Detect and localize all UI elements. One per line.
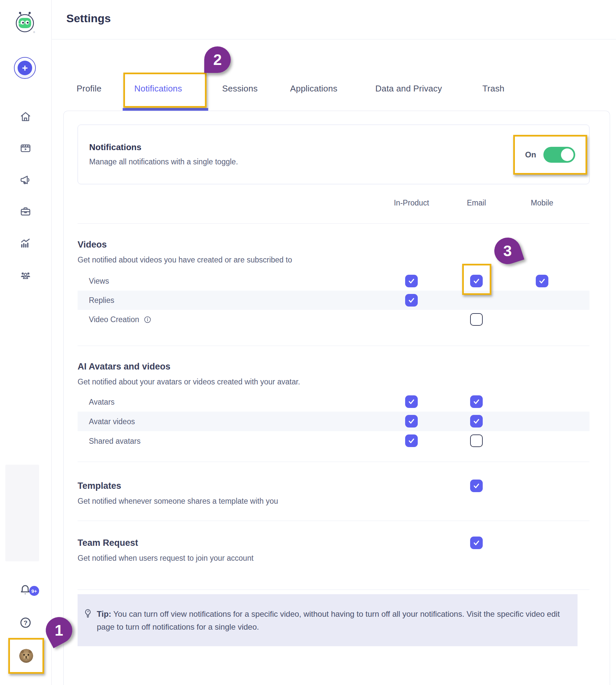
videos-rows: Views Replies Video Creation <box>78 271 590 329</box>
column-header-mobile: Mobile <box>531 199 553 207</box>
checkbox-team-request-email[interactable] <box>470 536 483 549</box>
master-notifications-box: Notifications Manage all notifications w… <box>78 124 590 184</box>
annotation-pin-3: 3 <box>491 234 525 268</box>
lightbulb-icon <box>82 608 93 619</box>
workspace-icon[interactable] <box>20 205 31 218</box>
checkbox-templates-email[interactable] <box>470 480 483 492</box>
row-label: Views <box>89 277 109 286</box>
info-icon[interactable] <box>143 315 152 324</box>
tab-trash[interactable]: Trash <box>482 84 505 94</box>
section-description-team-request: Get notified when users request to join … <box>78 554 254 563</box>
checkbox-views-mobile[interactable] <box>536 275 548 287</box>
tip-label: Tip: <box>97 610 111 618</box>
section-title-ai-avatars: AI Avatars and videos <box>78 362 170 372</box>
row-avatars: Avatars <box>78 392 590 412</box>
row-video-creation: Video Creation <box>78 310 590 329</box>
annotation-number: 2 <box>213 51 222 69</box>
section-title-videos: Videos <box>78 239 107 250</box>
toggle-knob <box>561 149 574 161</box>
analytics-icon[interactable] <box>20 237 31 249</box>
section-title-templates: Templates <box>78 481 122 491</box>
row-views: Views <box>78 271 590 291</box>
header-divider <box>52 39 616 40</box>
row-shared-avatars: Shared avatars <box>78 431 590 451</box>
tip-text: Tip: You can turn off view notifications… <box>97 608 568 633</box>
tip-banner: Tip: You can turn off view notifications… <box>78 594 577 646</box>
videos-icon[interactable] <box>20 142 31 154</box>
sidebar: ® + <box>0 0 52 685</box>
row-label-text: Video Creation <box>89 315 139 324</box>
toggle-highlight-box: On <box>513 135 587 175</box>
section-divider <box>78 223 590 224</box>
checkbox-avatars-in-product[interactable] <box>405 395 418 408</box>
plus-icon: + <box>18 61 32 75</box>
annotation-number: 3 <box>503 242 512 260</box>
master-toggle-description: Manage all notifications with a single t… <box>89 157 238 166</box>
notification-count-badge[interactable]: 9+ <box>29 586 39 596</box>
column-header-in-product: In-Product <box>394 199 429 207</box>
checkbox-shared-avatars-email[interactable] <box>470 434 483 447</box>
checkbox-video-creation-email[interactable] <box>470 313 483 326</box>
annotation-number: 1 <box>55 621 63 639</box>
column-header-email: Email <box>467 199 486 207</box>
checkbox-highlight-box <box>462 264 491 295</box>
section-divider <box>78 521 590 521</box>
tab-sessions[interactable]: Sessions <box>222 84 258 94</box>
checkbox-shared-avatars-in-product[interactable] <box>405 434 418 447</box>
section-title-team-request: Team Request <box>78 538 138 548</box>
checkbox-views-in-product[interactable] <box>405 275 418 287</box>
svg-text:?: ? <box>24 619 27 626</box>
tab-data-and-privacy[interactable]: Data and Privacy <box>375 84 442 94</box>
sidebar-ghost-panel <box>5 465 39 562</box>
announcements-icon[interactable] <box>20 174 31 186</box>
row-label: Avatar videos <box>89 417 135 426</box>
row-label: Video Creation <box>89 315 152 324</box>
row-label: Replies <box>89 296 114 305</box>
tab-profile[interactable]: Profile <box>76 84 102 94</box>
row-avatar-videos: Avatar videos <box>78 412 590 431</box>
tab-highlight-box <box>123 73 206 108</box>
page-title: Settings <box>66 12 111 25</box>
section-description-videos: Get notified about videos you have creat… <box>78 255 292 265</box>
help-icon[interactable]: ? <box>19 616 32 629</box>
create-new-button[interactable]: + <box>14 57 36 79</box>
tip-body: You can turn off view notifications for … <box>97 610 559 631</box>
team-icon[interactable] <box>20 269 31 281</box>
section-divider <box>78 462 590 462</box>
checkbox-avatar-videos-email[interactable] <box>470 415 483 428</box>
home-icon[interactable] <box>20 111 31 122</box>
section-divider <box>78 346 590 346</box>
row-label: Shared avatars <box>89 436 140 446</box>
annotation-pin-2: 2 <box>204 46 231 73</box>
section-description-ai-avatars: Get notified about your avatars or video… <box>78 378 300 386</box>
tab-applications[interactable]: Applications <box>290 84 337 94</box>
ai-avatars-rows: Avatars Avatar videos Shared avatars <box>78 392 590 451</box>
active-tab-underline <box>123 108 208 111</box>
checkbox-avatar-videos-in-product[interactable] <box>405 415 418 428</box>
settings-page: ® + <box>0 0 616 685</box>
row-label: Avatars <box>89 397 115 406</box>
app-logo-icon[interactable]: ® <box>14 10 36 35</box>
avatar-highlight-box <box>8 638 44 674</box>
svg-text:®: ® <box>33 31 35 34</box>
user-avatar[interactable] <box>19 649 33 663</box>
section-divider <box>78 590 590 590</box>
row-replies: Replies <box>78 291 590 310</box>
toggle-state-label: On <box>525 150 536 159</box>
checkbox-avatars-email[interactable] <box>470 395 483 408</box>
notifications-toggle[interactable] <box>543 147 575 163</box>
section-description-templates: Get notified whenever someone shares a t… <box>78 497 278 506</box>
checkbox-replies-in-product[interactable] <box>405 294 418 306</box>
master-toggle-title: Notifications <box>89 142 141 153</box>
settings-content-card: Notifications Manage all notifications w… <box>63 111 610 685</box>
